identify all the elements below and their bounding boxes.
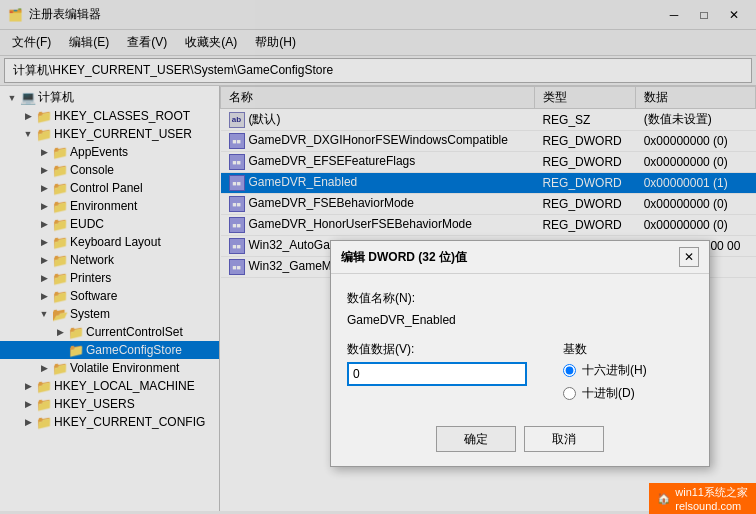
base-label: 基数 xyxy=(563,341,693,358)
dialog-value-data-section: 数值数据(V): xyxy=(347,341,543,386)
dialog-bottom-row: 数值数据(V): 基数 十六进制(H) 十进制(D) xyxy=(347,341,693,402)
dialog-buttons: 确定 取消 xyxy=(331,418,709,466)
value-name-display: GameDVR_Enabled xyxy=(347,311,693,329)
radio-hex-label: 十六进制(H) xyxy=(582,362,647,379)
dword-dialog: 编辑 DWORD (32 位)值 ✕ 数值名称(N): GameDVR_Enab… xyxy=(330,240,710,467)
watermark-text: win11系统之家 relsound.com xyxy=(675,485,748,512)
radio-decimal-label: 十进制(D) xyxy=(582,385,635,402)
dialog-overlay: 编辑 DWORD (32 位)值 ✕ 数值名称(N): GameDVR_Enab… xyxy=(0,0,756,514)
dialog-title-bar: 编辑 DWORD (32 位)值 ✕ xyxy=(331,241,709,274)
radio-decimal-input[interactable] xyxy=(563,387,576,400)
dialog-base-section: 基数 十六进制(H) 十进制(D) xyxy=(563,341,693,402)
dialog-title: 编辑 DWORD (32 位)值 xyxy=(341,249,467,266)
value-data-input[interactable] xyxy=(347,362,527,386)
watermark-icon: 🏠 xyxy=(657,492,671,505)
dialog-cancel-button[interactable]: 取消 xyxy=(524,426,604,452)
dialog-ok-button[interactable]: 确定 xyxy=(436,426,516,452)
dialog-body: 数值名称(N): GameDVR_Enabled 数值数据(V): 基数 十六进… xyxy=(331,274,709,418)
watermark: 🏠 win11系统之家 relsound.com xyxy=(649,483,756,514)
value-name-row: 数值名称(N): GameDVR_Enabled xyxy=(347,290,693,329)
value-data-label: 数值数据(V): xyxy=(347,341,543,358)
base-radio-group: 十六进制(H) 十进制(D) xyxy=(563,362,693,402)
dialog-close-button[interactable]: ✕ xyxy=(679,247,699,267)
value-name-label: 数值名称(N): xyxy=(347,290,693,307)
radio-hex[interactable]: 十六进制(H) xyxy=(563,362,693,379)
radio-hex-input[interactable] xyxy=(563,364,576,377)
radio-decimal[interactable]: 十进制(D) xyxy=(563,385,693,402)
